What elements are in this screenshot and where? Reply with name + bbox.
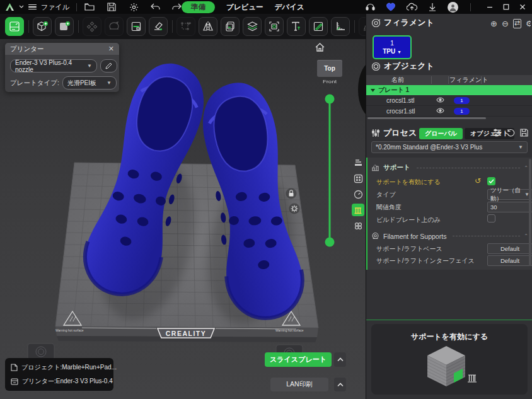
preset-list-icon[interactable] [493, 129, 502, 137]
tune-icon [371, 129, 380, 137]
history-reset-icon[interactable] [507, 129, 515, 137]
collapse-caret-icon[interactable]: ⌃ [524, 233, 528, 239]
settings-gear-icon[interactable] [128, 1, 139, 13]
chevron-down-icon[interactable] [19, 5, 24, 9]
object-row-crocsl1[interactable]: crocsl1.stl 1 [366, 95, 532, 106]
text-tool-button[interactable] [287, 17, 306, 36]
plate-lock-icon[interactable] [286, 188, 297, 199]
printer-panel-header[interactable]: プリンター ✕ [5, 43, 119, 55]
open-folder-icon[interactable] [84, 1, 95, 13]
scroll-indicator-green-line [366, 158, 367, 270]
plate-gear-icon[interactable] [289, 204, 300, 214]
divider [28, 20, 29, 33]
clipping-slider-bottom-handle[interactable] [325, 238, 335, 247]
save-preset-icon[interactable] [520, 129, 528, 137]
filament-slot-1[interactable]: 1 TPU ▼ [373, 35, 412, 59]
swap-filament-icon[interactable]: ⇄ [513, 19, 521, 28]
undo-icon[interactable] [150, 1, 161, 13]
chevron-down-icon: ▼ [521, 192, 529, 197]
lan-print-button[interactable]: LAN印刷 [270, 378, 328, 391]
plus-circle-icon[interactable]: ⊕ [490, 19, 497, 28]
home-view-icon[interactable] [315, 42, 325, 52]
pattern-table-icon[interactable] [352, 172, 364, 185]
user-avatar[interactable] [448, 2, 458, 13]
close-icon[interactable]: ✕ [108, 45, 114, 53]
tab-global[interactable]: グローバル [419, 128, 463, 139]
app-logo[interactable] [5, 3, 14, 11]
auto-orient-button[interactable] [105, 17, 124, 36]
support-tool-icon[interactable] [352, 204, 364, 216]
filament-for-supports-title: Filament for Supports [383, 233, 446, 240]
add-model-button[interactable] [33, 17, 52, 36]
enable-support-checkbox[interactable] [487, 177, 495, 185]
tooltip-title: サポートを有効にする [371, 332, 528, 342]
viewcube-top-face[interactable]: Top [317, 60, 342, 77]
dark-sphere [358, 61, 366, 118]
merge-objects-button[interactable] [127, 17, 146, 36]
visibility-eye-icon[interactable] [436, 97, 444, 104]
vertical-scrollbar[interactable] [529, 159, 531, 266]
status-project-text: プロジェクト:Marble+Run+Pad... [21, 363, 117, 372]
chevron-down-icon: ▼ [514, 144, 523, 150]
slice-options-button[interactable] [334, 352, 346, 367]
check-icon [489, 179, 494, 183]
support-base-select[interactable]: Default [487, 243, 532, 254]
plate-settings-button[interactable] [5, 17, 24, 36]
paint-tool-button[interactable] [309, 17, 328, 36]
threshold-angle-input[interactable] [487, 202, 532, 212]
cloud-upload-icon[interactable] [406, 1, 417, 13]
window-close-button[interactable] [519, 4, 526, 10]
speed-gauge-icon[interactable] [352, 188, 364, 200]
preset-select[interactable]: *0.20mm Standard @Ender-3 V3 Plus ▼ [371, 141, 528, 153]
slice-plate-button[interactable]: スライスプレート [265, 352, 332, 367]
support-type-select[interactable]: ツリー（自動） ▼ [487, 189, 532, 200]
cut-button[interactable] [265, 17, 284, 36]
filament-badge[interactable]: 1 [454, 108, 470, 115]
download-icon[interactable] [427, 1, 438, 13]
filament-badge[interactable]: 1 [454, 97, 470, 104]
hamburger-menu-icon[interactable] [28, 4, 37, 10]
collapse-caret-icon[interactable] [371, 89, 375, 92]
tab-device[interactable]: デバイス [275, 3, 304, 12]
lan-options-button[interactable] [334, 378, 346, 391]
plate-type-select[interactable]: 光滑PEI板 ▼ [62, 76, 117, 90]
reset-to-default-icon[interactable]: ↺ [475, 177, 481, 185]
multi-plate-icon[interactable] [352, 219, 364, 232]
process-section-header: プロセス [371, 127, 417, 139]
redo-icon[interactable] [171, 1, 182, 13]
measure-tool-button[interactable] [331, 17, 350, 36]
support-section-title: サポート [383, 163, 410, 172]
object-row-crocsr1[interactable]: crocsr1.stl 1 [366, 106, 532, 117]
window-minimize-button[interactable] [487, 4, 493, 10]
clipping-slider-top-handle[interactable] [325, 95, 335, 104]
printer-edit-button[interactable] [100, 59, 117, 72]
window-maximize-button[interactable] [503, 4, 509, 10]
plate-row[interactable]: プレート 1 [366, 85, 532, 95]
auto-arrange-button[interactable] [83, 17, 101, 36]
file-menu[interactable]: ファイル [41, 3, 69, 12]
mirror-button[interactable] [199, 17, 217, 36]
viewcube-front-label[interactable]: Front [319, 79, 340, 84]
transform-button[interactable] [176, 17, 195, 36]
layer-list-icon[interactable] [352, 156, 364, 169]
viewport-3d[interactable]: CREALITY Warning hot surface Warning hot… [0, 39, 366, 399]
minus-circle-icon[interactable]: ⊖ [502, 19, 509, 28]
support-interface-select[interactable]: Default [487, 255, 532, 266]
headset-icon[interactable] [364, 1, 376, 13]
titlebar: ファイル 準備 プレビュー デバイス [0, 0, 532, 14]
enable-support-row: サポートを有効にする [376, 176, 532, 187]
printer-select[interactable]: Ender-3 V3 Plus-0.4 nozzle ▼ [10, 59, 97, 72]
add-plate-button[interactable] [55, 17, 74, 36]
save-icon[interactable] [106, 1, 117, 13]
filament-settings-icon[interactable]: ⚙ [526, 19, 531, 28]
horizontal-scrollbar[interactable] [367, 117, 486, 119]
tab-prepare[interactable]: 準備 [182, 1, 215, 13]
visibility-eye-icon[interactable] [436, 108, 444, 115]
tab-preview[interactable]: プレビュー [226, 3, 263, 12]
buildplate-only-checkbox[interactable] [487, 214, 495, 223]
collapse-caret-icon[interactable]: ⌃ [524, 165, 528, 171]
cloud-heart-icon[interactable] [385, 1, 396, 13]
split-plates-button[interactable] [243, 17, 262, 36]
seam-paint-button[interactable] [149, 17, 168, 36]
clone-button[interactable] [221, 17, 240, 36]
